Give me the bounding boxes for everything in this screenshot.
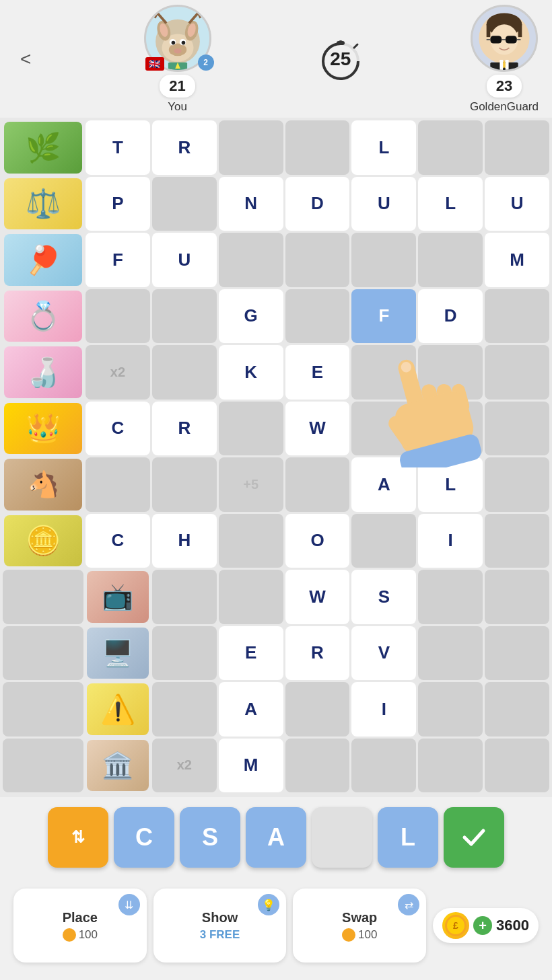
cell-r3c8[interactable]: M xyxy=(485,233,549,287)
cell-r9c4[interactable]: W xyxy=(285,570,350,624)
cell-r9c5[interactable]: S xyxy=(351,570,416,624)
timer-block: 25 xyxy=(317,36,364,83)
coin-icon-large: £ xyxy=(442,912,469,939)
player2-avatar-wrap xyxy=(471,5,538,72)
cell-r8c7[interactable]: I xyxy=(418,514,483,568)
cell-r12c7 xyxy=(485,739,549,793)
cell-r8c4 xyxy=(219,514,283,568)
cell-r1c2[interactable]: T xyxy=(85,120,150,175)
cell-r3c3[interactable]: U xyxy=(152,233,217,287)
cell-r11c3[interactable]: A xyxy=(219,682,283,737)
cell-r3c2[interactable]: F xyxy=(85,233,150,287)
svg-rect-40 xyxy=(506,59,509,71)
cell-r9c6 xyxy=(418,570,483,624)
cell-r6c7 xyxy=(418,402,483,456)
cell-r4c7[interactable]: D xyxy=(418,289,483,344)
coins-amount: 3600 xyxy=(496,917,529,934)
cell-r10c2 xyxy=(152,626,217,681)
player1-badge: 2 xyxy=(198,54,214,71)
cell-r7c6[interactable]: A xyxy=(351,457,416,512)
game-grid: 🌿 T R L ⚖️ P N D U L U 🏓 F U M 💍 G F D xyxy=(0,118,552,797)
confirm-button[interactable] xyxy=(444,807,504,868)
cell-r5c5[interactable]: E xyxy=(285,345,350,400)
player2-block: 23 GoldenGuard xyxy=(470,5,539,114)
cell-r1c6[interactable]: L xyxy=(351,120,416,175)
clue-image-8: 🪙 xyxy=(3,514,83,568)
cell-r4c6-highlight[interactable]: F xyxy=(351,289,416,344)
cell-r8c5[interactable]: O xyxy=(285,514,350,568)
tile-L[interactable]: L xyxy=(378,807,438,868)
cell-r5c3 xyxy=(152,345,217,400)
clue-image-9: 📺 xyxy=(85,570,150,624)
cell-r2c5[interactable]: D xyxy=(285,177,350,231)
cell-r10c6 xyxy=(418,626,483,681)
cell-r12c3[interactable]: M xyxy=(219,739,283,793)
cell-r7c3 xyxy=(152,457,217,512)
svg-line-11 xyxy=(198,9,203,13)
cell-r4c2 xyxy=(85,289,150,344)
cell-r10c3[interactable]: E xyxy=(219,626,283,681)
svg-text:⇅: ⇅ xyxy=(71,828,85,846)
svg-rect-29 xyxy=(487,24,491,37)
place-button[interactable]: ⇊ Place 100 xyxy=(13,889,147,963)
bottom-controls: ⇊ Place 100 💡 Show 3 FREE ⇄ Swap 100 £ + xyxy=(0,878,552,980)
show-button[interactable]: 💡 Show 3 FREE xyxy=(153,889,287,963)
cell-r2c6[interactable]: U xyxy=(351,177,416,231)
cell-r4c4[interactable]: G xyxy=(219,289,283,344)
cell-r6c5[interactable]: W xyxy=(285,402,350,456)
player2-avatar xyxy=(471,5,538,72)
tile-C[interactable]: C xyxy=(114,807,174,868)
show-icon: 💡 xyxy=(258,894,279,915)
cell-r2c2[interactable]: P xyxy=(85,177,150,231)
player1-score: 21 xyxy=(160,75,195,98)
tile-rack: ⇅ C S A L xyxy=(0,797,552,878)
add-coins-button[interactable]: + xyxy=(473,916,492,935)
cell-r6c4 xyxy=(219,402,283,456)
swap-button[interactable]: ⇄ Swap 100 xyxy=(293,889,426,963)
svg-text:£: £ xyxy=(453,920,458,931)
cell-r9c8 xyxy=(3,626,83,681)
player2-name: GoldenGuard xyxy=(470,100,539,114)
cell-r8c6 xyxy=(351,514,416,568)
swap-cost: 100 xyxy=(342,928,377,942)
cell-r11c7 xyxy=(485,682,549,737)
cell-r5c2: x2 xyxy=(85,345,150,400)
cell-r6c2[interactable]: C xyxy=(85,402,150,456)
timer-value: 25 xyxy=(330,48,351,70)
player1-block: 🇬🇧 2 21 You xyxy=(144,5,211,114)
cell-r8c9 xyxy=(3,570,83,624)
cell-r5c4[interactable]: K xyxy=(219,345,283,400)
cell-r6c6 xyxy=(351,402,416,456)
cell-r8c3[interactable]: H xyxy=(152,514,217,568)
cell-r11c5[interactable]: I xyxy=(351,682,416,737)
tile-S[interactable]: S xyxy=(180,807,240,868)
cell-r3c7 xyxy=(418,233,483,287)
clue-image-5: 🍶 xyxy=(3,345,83,400)
cell-r2c8[interactable]: U xyxy=(485,177,549,231)
cell-r9c2 xyxy=(152,570,217,624)
cell-r2c7[interactable]: L xyxy=(418,177,483,231)
swap-label: Swap xyxy=(342,910,377,926)
clue-image-4: 💍 xyxy=(3,289,83,344)
cell-r7c7[interactable]: L xyxy=(418,457,483,512)
shuffle-tile[interactable]: ⇅ xyxy=(48,807,108,868)
cell-r6c3[interactable]: R xyxy=(152,402,217,456)
swap-coin-icon xyxy=(342,928,355,942)
cell-r4c8 xyxy=(485,289,549,344)
cell-r8c2[interactable]: C xyxy=(85,514,150,568)
cell-r4c3 xyxy=(152,289,217,344)
cell-r10c8 xyxy=(3,682,83,737)
tile-A[interactable]: A xyxy=(246,807,306,868)
cell-r5c6 xyxy=(351,345,416,400)
cell-r3c6 xyxy=(351,233,416,287)
cell-r10c5[interactable]: V xyxy=(351,626,416,681)
cell-r10c4[interactable]: R xyxy=(285,626,350,681)
cell-r5c7 xyxy=(418,345,483,400)
back-button[interactable]: < xyxy=(13,45,38,73)
cell-r1c3[interactable]: R xyxy=(152,120,217,175)
game-header: < xyxy=(0,0,552,118)
cell-r2c4[interactable]: N xyxy=(219,177,283,231)
svg-rect-30 xyxy=(518,24,522,37)
cell-r1c7 xyxy=(418,120,483,175)
cell-r7c2 xyxy=(85,457,150,512)
